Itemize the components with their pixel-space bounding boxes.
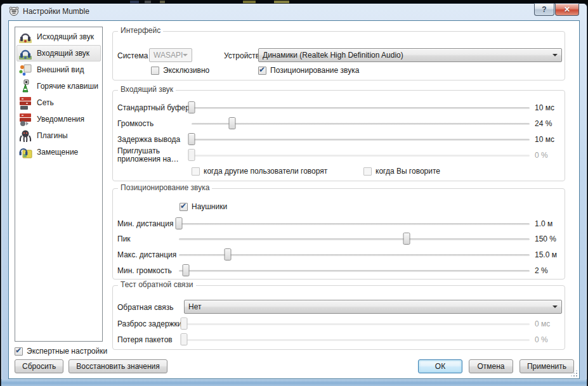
slider-groove: [179, 270, 530, 272]
slider-value: 0 %: [535, 335, 560, 344]
slider-label: Мин. дистанция: [117, 220, 179, 228]
slider-label: Макс. дистанция: [117, 251, 179, 259]
sidebar-item-plugins[interactable]: Плагины: [16, 127, 101, 144]
slider-value: 1.0 м: [535, 219, 560, 228]
slider-handle[interactable]: [228, 117, 235, 129]
sidebar-item-label: Исходящий звук: [37, 32, 94, 41]
slider-groove: [184, 323, 530, 325]
bloom-slider[interactable]: [179, 232, 530, 246]
volume-slider[interactable]: [192, 117, 530, 131]
sidebar-item-label: Входящий звук: [37, 49, 89, 58]
sidebar-item-incoming-audio[interactable]: Входящий звук: [16, 45, 101, 61]
outgoing-audio-icon: [18, 29, 33, 44]
sidebar-item-outgoing-audio[interactable]: Исходящий звук: [16, 29, 101, 45]
slider-handle[interactable]: [183, 264, 190, 276]
slider-handle[interactable]: [188, 133, 195, 145]
min-volume-slider[interactable]: [179, 264, 530, 278]
positional-audio-checkbox[interactable]: Позиционирование звука: [258, 66, 359, 75]
chevron-down-icon: [183, 54, 188, 56]
sidebar-item-appearance[interactable]: Внешний вид: [16, 61, 101, 78]
notifications-icon: [18, 112, 33, 127]
attenuate-others-checkbox[interactable]: когда другие пользователи говорят: [192, 167, 327, 176]
slider-groove: [179, 254, 530, 256]
sidebar-item-network[interactable]: Сеть: [16, 94, 101, 111]
checkbox-box: [192, 167, 200, 176]
sidebar-item-label: Горячие клавиши: [37, 82, 98, 91]
plugins-icon: [18, 128, 33, 143]
screen: Настройки Mumble ? ✕: [0, 0, 588, 386]
slider-handle: [181, 318, 188, 330]
checkbox-box: [363, 167, 372, 176]
sidebar-item-notifications[interactable]: Уведомления: [16, 111, 101, 127]
system-combobox-value: WASAPI: [154, 51, 183, 60]
shortcuts-icon: [18, 79, 33, 94]
feedback-label: Обратная связь: [117, 303, 173, 312]
slider-label: Пик: [117, 235, 179, 243]
mumble-logo-icon: [9, 6, 19, 16]
max-distance-slider[interactable]: [179, 248, 530, 262]
sidebar-item-label: Уведомления: [37, 115, 84, 124]
slider-groove: [192, 139, 530, 141]
reset-button[interactable]: Сбросить: [15, 359, 63, 373]
sidebar-item-shortcuts[interactable]: Горячие клавиши: [16, 78, 101, 94]
slider-row-min-distance: Мин. дистанция 1.0 м: [117, 217, 560, 231]
slider-value: 15.0 м: [535, 250, 560, 259]
device-combobox-value: Динамики (Realtek High Definition Audio): [263, 51, 403, 60]
checkbox-box: [180, 203, 188, 211]
checkbox-label: Эксклюзивно: [163, 66, 209, 75]
restore-defaults-button[interactable]: Восстановить значения: [69, 359, 167, 373]
slider-handle[interactable]: [403, 233, 410, 245]
sidebar-item-overlay[interactable]: Замещение: [16, 144, 101, 160]
standard-buffer-slider[interactable]: [192, 101, 530, 115]
slider-label: Приглушать приложения на…: [117, 147, 192, 164]
device-combobox[interactable]: Динамики (Realtek High Definition Audio): [258, 48, 562, 62]
slider-handle[interactable]: [225, 248, 232, 261]
output-delay-slider[interactable]: [192, 132, 530, 146]
checkbox-box: [151, 67, 159, 75]
slider-value: 0 мс: [535, 319, 560, 328]
exclusive-checkbox[interactable]: Эксклюзивно: [151, 66, 209, 75]
help-icon: ?: [542, 5, 546, 14]
expert-settings-checkbox[interactable]: Экспертные настройки: [15, 347, 107, 356]
slider-label: Разброс задержки: [117, 320, 184, 328]
feedback-combobox[interactable]: Нет: [184, 300, 562, 314]
slider-value: 10 мс: [535, 135, 560, 144]
group-title: Позиционирование звука: [118, 183, 212, 192]
slider-row-packet-loss: Потеря пакетов 0 %: [117, 333, 560, 347]
help-button[interactable]: ?: [534, 3, 554, 16]
chevron-down-icon: [552, 306, 558, 308]
chevron-down-icon: [552, 54, 558, 56]
apply-button[interactable]: Применить: [519, 359, 574, 373]
cancel-button[interactable]: Отмена: [469, 359, 513, 373]
slider-groove: [184, 339, 530, 341]
slider-handle: [188, 149, 195, 161]
packet-loss-slider: [184, 333, 530, 347]
settings-category-list: Исходящий звук Входящий звук: [15, 27, 103, 342]
group-title: Входящий звук: [118, 85, 176, 94]
slider-groove: [179, 238, 530, 240]
slider-label: Задержка вывода: [117, 136, 192, 144]
attenuate-self-checkbox[interactable]: когда Вы говорите: [363, 167, 440, 176]
ok-button[interactable]: ОК: [418, 359, 462, 373]
slider-value: 150 %: [535, 235, 560, 243]
checkbox-label: Экспертные настройки: [27, 347, 107, 356]
min-distance-slider[interactable]: [179, 217, 530, 231]
close-button[interactable]: ✕: [555, 3, 579, 16]
slider-handle[interactable]: [188, 101, 195, 113]
window-bottom-border: [1, 379, 587, 386]
titlebar[interactable]: Настройки Mumble: [1, 4, 587, 19]
slider-groove: [192, 107, 530, 109]
attenuation-slider: [192, 148, 530, 162]
slider-value: 24 %: [535, 119, 560, 128]
overlay-icon: [18, 145, 33, 160]
headphones-checkbox[interactable]: Наушники: [180, 202, 227, 211]
feedback-combobox-value: Нет: [188, 302, 201, 311]
checkbox-box: [258, 67, 266, 75]
slider-row-output-delay: Задержка вывода 10 мс: [117, 132, 560, 146]
resize-grip[interactable]: [571, 370, 578, 377]
slider-row-min-volume: Мин. громкость 2 %: [117, 264, 560, 278]
sidebar-item-label: Сеть: [37, 98, 54, 107]
sidebar-item-label: Плагины: [37, 131, 68, 140]
slider-handle: [181, 333, 188, 345]
slider-handle[interactable]: [176, 217, 183, 229]
